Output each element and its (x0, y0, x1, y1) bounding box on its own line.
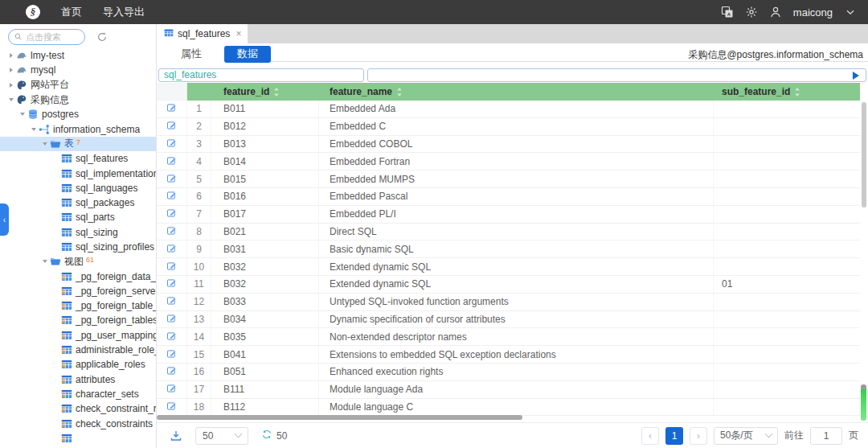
sort-icon[interactable] (272, 87, 280, 97)
edit-row-cell[interactable] (157, 153, 187, 170)
expand-arrow[interactable] (40, 260, 50, 263)
header-feature-name[interactable]: feature_name (319, 83, 714, 101)
edit-icon[interactable] (166, 277, 177, 290)
edit-row-cell[interactable] (157, 364, 187, 380)
tree-item-sql_features[interactable]: sql_features (0, 151, 156, 166)
expand-arrow[interactable] (29, 128, 39, 131)
expand-arrow[interactable] (6, 98, 16, 101)
table-row[interactable]: 11B032Extended dynamic SQL01 (157, 276, 860, 294)
edit-row-cell[interactable] (157, 328, 187, 345)
tree-item-_pg_foreign_servers[interactable]: _pg_foreign_servers (0, 284, 156, 298)
app-logo-icon[interactable]: § (26, 5, 40, 19)
edit-icon[interactable] (166, 331, 177, 343)
refresh-tree-icon[interactable] (96, 31, 108, 43)
table-row[interactable]: 9B031Basic dynamic SQL (157, 240, 860, 258)
refresh-data-icon[interactable] (261, 429, 272, 442)
header-feature-id[interactable]: feature_id (211, 83, 319, 101)
table-row[interactable]: 3B013Embedded COBOL (157, 136, 860, 154)
filter-input[interactable] (367, 68, 866, 82)
table-name-input[interactable]: sql_features (158, 68, 364, 82)
edit-row-cell[interactable] (157, 118, 187, 135)
edit-icon[interactable] (166, 348, 177, 361)
edit-icon[interactable] (166, 365, 177, 378)
edit-row-cell[interactable] (157, 206, 187, 223)
sort-icon[interactable] (395, 87, 403, 97)
tree-item-attributes[interactable]: attributes (0, 372, 156, 387)
edit-row-cell[interactable] (157, 311, 187, 328)
edit-row-cell[interactable] (157, 258, 187, 275)
edit-icon[interactable] (166, 208, 177, 220)
table-row[interactable]: 13B034Dynamic specification of cursor at… (157, 311, 860, 329)
tree-item-sql_languages[interactable]: sql_languages (0, 181, 156, 195)
tree-item-lmy-test[interactable]: lmy-test (0, 48, 156, 63)
tree-item-sql_parts[interactable]: sql_parts (0, 210, 156, 224)
tree-item-check_constraint_routi[interactable]: check_constraint_routi (0, 401, 156, 416)
tree-item-sql_sizing_profiles[interactable]: sql_sizing_profiles (0, 240, 156, 254)
tree-item-applicable_roles[interactable]: applicable_roles (0, 357, 156, 372)
table-row[interactable]: 14B035Non-extended descriptor names (157, 328, 860, 346)
table-row[interactable]: 16B051Enhanced execution rights (157, 364, 860, 381)
edit-row-cell[interactable] (157, 346, 187, 363)
edit-icon[interactable] (166, 225, 177, 238)
close-icon[interactable]: × (235, 28, 241, 39)
edit-icon[interactable] (166, 313, 177, 326)
edit-row-cell[interactable] (157, 224, 187, 240)
edit-icon[interactable] (166, 102, 177, 115)
translate-docs-icon[interactable] (721, 6, 734, 18)
tree-item-sql_implementation_in[interactable]: sql_implementation_in (0, 166, 156, 180)
edit-icon[interactable] (166, 190, 177, 203)
table-row[interactable]: 6B016Embedded Pascal (157, 188, 860, 206)
edit-row-cell[interactable] (157, 240, 187, 257)
edit-row-cell[interactable] (157, 101, 187, 117)
tree-item-采购信息[interactable]: 采购信息 (0, 92, 156, 107)
tree-item-_pg_foreign_data_wrap[interactable]: _pg_foreign_data_wrap (0, 269, 156, 283)
menu-home[interactable]: 首页 (61, 5, 82, 19)
tree-item-administrable_role_aut[interactable]: administrable_role_aut (0, 343, 156, 357)
table-row[interactable]: 12B033Untyped SQL-invoked function argum… (157, 294, 860, 311)
tree-item-character_sets[interactable]: character_sets (0, 387, 156, 401)
tree-item-information_schema[interactable]: information_schema (0, 121, 156, 136)
current-page-button[interactable]: 1 (665, 427, 683, 445)
edit-icon[interactable] (166, 383, 177, 396)
edit-icon[interactable] (166, 155, 177, 168)
table-row[interactable]: 18B112Module language C (157, 399, 860, 417)
next-page-button[interactable]: › (690, 427, 707, 445)
run-query-icon[interactable] (853, 72, 859, 80)
per-page-select[interactable]: 50条/页 (714, 427, 778, 445)
tree-item-网站平台[interactable]: 网站平台 (0, 78, 156, 92)
edit-row-cell[interactable] (157, 381, 187, 398)
tree-item-_pg_user_mappings[interactable]: _pg_user_mappings (0, 328, 156, 343)
sidebar-collapse-button[interactable]: ‹ (0, 203, 9, 236)
edit-icon[interactable] (166, 295, 177, 308)
tree-item-sql_sizing[interactable]: sql_sizing (0, 225, 156, 240)
expand-arrow[interactable] (40, 142, 50, 146)
expand-arrow[interactable] (6, 83, 16, 88)
tab-sql-features[interactable]: sql_features × (157, 24, 248, 43)
vertical-scrollbar[interactable] (862, 102, 866, 208)
edit-row-cell[interactable] (157, 188, 187, 205)
chevron-down-icon[interactable] (844, 6, 857, 18)
sort-icon[interactable] (793, 87, 801, 97)
gear-icon[interactable] (745, 6, 758, 18)
table-row[interactable]: 2B012Embedded C (157, 118, 860, 136)
table-row[interactable]: 15B041Extensions to embedded SQL excepti… (157, 346, 860, 364)
edit-row-cell[interactable] (157, 171, 187, 187)
page-size-select[interactable]: 50 (195, 427, 248, 445)
download-icon[interactable] (170, 430, 182, 442)
edit-row-cell[interactable] (157, 294, 187, 310)
edit-icon[interactable] (166, 401, 177, 413)
menu-import-export[interactable]: 导入导出 (103, 5, 145, 19)
tree-item-mysql[interactable]: mysql (0, 63, 156, 77)
expand-arrow[interactable] (6, 68, 16, 72)
user-icon[interactable] (769, 6, 782, 18)
header-sub-feature-id[interactable]: sub_feature_id (714, 83, 860, 101)
tree-item-check_constraints[interactable]: check_constraints (0, 416, 156, 430)
tree-item-partial[interactable] (0, 431, 156, 446)
tree-item-视图[interactable]: 视图61 (0, 254, 156, 269)
table-row[interactable]: 7B017Embedded PL/I (157, 206, 860, 224)
edit-row-cell[interactable] (157, 276, 187, 293)
edit-icon[interactable] (166, 243, 177, 256)
expand-arrow[interactable] (6, 53, 16, 58)
table-row[interactable]: 1B011Embedded Ada (157, 101, 860, 118)
edit-icon[interactable] (166, 173, 177, 186)
